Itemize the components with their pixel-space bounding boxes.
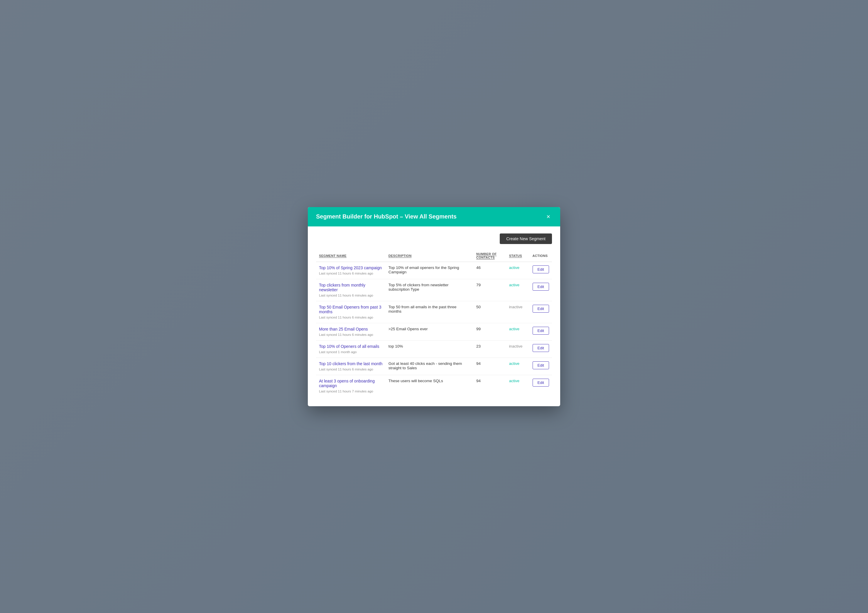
cell-contacts-4: 99 bbox=[473, 323, 506, 340]
table-row: Top 10% of Spring 2023 campaign Last syn… bbox=[316, 262, 552, 279]
edit-button-5[interactable]: Edit bbox=[533, 344, 549, 352]
col-header-name: SEGMENT NAME bbox=[316, 250, 386, 262]
status-badge-4: active bbox=[509, 327, 519, 331]
table-row: At least 3 opens of onboarding campaign … bbox=[316, 375, 552, 397]
segment-name-link-7[interactable]: At least 3 opens of onboarding campaign bbox=[319, 379, 383, 388]
cell-contacts-1: 46 bbox=[473, 262, 506, 279]
segment-builder-modal: Segment Builder for HubSpot – View All S… bbox=[308, 207, 560, 406]
cell-contacts-5: 23 bbox=[473, 340, 506, 358]
table-row: More than 25 Email Opens Last synced 11 … bbox=[316, 323, 552, 340]
segment-synced-2: Last synced 11 hours 6 minutes ago bbox=[319, 294, 373, 297]
cell-actions-4: Edit bbox=[530, 323, 552, 340]
edit-button-2[interactable]: Edit bbox=[533, 283, 549, 291]
table-row: Top clickers from monthly newsletter Las… bbox=[316, 279, 552, 301]
cell-status-3: inactive bbox=[506, 301, 530, 323]
edit-button-3[interactable]: Edit bbox=[533, 305, 549, 313]
cell-name-6: Top 10 clickers from the last month Last… bbox=[316, 358, 386, 375]
cell-desc-3: Top 50 from all emails in the past three… bbox=[386, 301, 473, 323]
cell-status-2: active bbox=[506, 279, 530, 301]
cell-status-7: active bbox=[506, 375, 530, 397]
table-row: Top 10 clickers from the last month Last… bbox=[316, 358, 552, 375]
edit-button-1[interactable]: Edit bbox=[533, 265, 549, 273]
cell-name-2: Top clickers from monthly newsletter Las… bbox=[316, 279, 386, 301]
modal-header: Segment Builder for HubSpot – View All S… bbox=[308, 207, 560, 226]
cell-desc-5: top 10% bbox=[386, 340, 473, 358]
segment-name-link-4[interactable]: More than 25 Email Opens bbox=[319, 327, 383, 331]
segment-name-link-3[interactable]: Top 50 Email Openers from past 3 months bbox=[319, 305, 383, 314]
status-badge-5: inactive bbox=[509, 344, 522, 348]
segment-name-link-2[interactable]: Top clickers from monthly newsletter bbox=[319, 283, 383, 292]
status-badge-1: active bbox=[509, 265, 519, 270]
cell-status-1: active bbox=[506, 262, 530, 279]
cell-desc-6: Got at least 40 clicks each - sending th… bbox=[386, 358, 473, 375]
col-header-contacts: NUMBER OF CONTACTS bbox=[473, 250, 506, 262]
cell-desc-4: >25 Email Opens ever bbox=[386, 323, 473, 340]
segment-name-link-6[interactable]: Top 10 clickers from the last month bbox=[319, 361, 383, 366]
cell-contacts-2: 79 bbox=[473, 279, 506, 301]
col-header-actions: ACTIONS bbox=[530, 250, 552, 262]
segment-name-link-1[interactable]: Top 10% of Spring 2023 campaign bbox=[319, 265, 383, 270]
edit-button-6[interactable]: Edit bbox=[533, 361, 549, 369]
segment-synced-4: Last synced 11 hours 6 minutes ago bbox=[319, 333, 373, 336]
cell-actions-7: Edit bbox=[530, 375, 552, 397]
cell-status-4: active bbox=[506, 323, 530, 340]
col-header-description: DESCRIPTION bbox=[386, 250, 473, 262]
cell-name-3: Top 50 Email Openers from past 3 months … bbox=[316, 301, 386, 323]
status-badge-3: inactive bbox=[509, 305, 522, 309]
segment-synced-7: Last synced 11 hours 7 minutes ago bbox=[319, 390, 373, 393]
cell-desc-2: Top 5% of clickers from newsletter subsc… bbox=[386, 279, 473, 301]
cell-actions-1: Edit bbox=[530, 262, 552, 279]
status-badge-6: active bbox=[509, 361, 519, 366]
cell-name-1: Top 10% of Spring 2023 campaign Last syn… bbox=[316, 262, 386, 279]
close-button[interactable]: × bbox=[545, 213, 552, 221]
modal-title: Segment Builder for HubSpot – View All S… bbox=[316, 213, 457, 220]
cell-contacts-6: 94 bbox=[473, 358, 506, 375]
cell-name-5: Top 10% of Openers of all emails Last sy… bbox=[316, 340, 386, 358]
toolbar: Create New Segment bbox=[316, 234, 552, 244]
table-row: Top 10% of Openers of all emails Last sy… bbox=[316, 340, 552, 358]
table-header-row: SEGMENT NAME DESCRIPTION NUMBER OF CONTA… bbox=[316, 250, 552, 262]
cell-actions-2: Edit bbox=[530, 279, 552, 301]
segments-table: SEGMENT NAME DESCRIPTION NUMBER OF CONTA… bbox=[316, 250, 552, 397]
col-header-status: STATUS bbox=[506, 250, 530, 262]
cell-actions-5: Edit bbox=[530, 340, 552, 358]
status-badge-2: active bbox=[509, 283, 519, 287]
cell-name-4: More than 25 Email Opens Last synced 11 … bbox=[316, 323, 386, 340]
cell-contacts-7: 94 bbox=[473, 375, 506, 397]
cell-desc-7: These users will become SQLs bbox=[386, 375, 473, 397]
segment-synced-5: Last synced 1 month ago bbox=[319, 350, 357, 354]
modal-body: Create New Segment SEGMENT NAME DESCRIPT… bbox=[308, 226, 560, 406]
cell-status-5: inactive bbox=[506, 340, 530, 358]
cell-contacts-3: 50 bbox=[473, 301, 506, 323]
table-row: Top 50 Email Openers from past 3 months … bbox=[316, 301, 552, 323]
cell-status-6: active bbox=[506, 358, 530, 375]
edit-button-4[interactable]: Edit bbox=[533, 327, 549, 335]
cell-actions-6: Edit bbox=[530, 358, 552, 375]
cell-name-7: At least 3 opens of onboarding campaign … bbox=[316, 375, 386, 397]
cell-actions-3: Edit bbox=[530, 301, 552, 323]
segment-name-link-5[interactable]: Top 10% of Openers of all emails bbox=[319, 344, 383, 349]
edit-button-7[interactable]: Edit bbox=[533, 379, 549, 387]
status-badge-7: active bbox=[509, 379, 519, 383]
segment-synced-1: Last synced 11 hours 6 minutes ago bbox=[319, 272, 373, 275]
segment-synced-3: Last synced 11 hours 6 minutes ago bbox=[319, 316, 373, 319]
create-new-segment-button[interactable]: Create New Segment bbox=[500, 234, 552, 244]
cell-desc-1: Top 10% of email openers for the Spring … bbox=[386, 262, 473, 279]
segment-synced-6: Last synced 11 hours 6 minutes ago bbox=[319, 367, 373, 371]
